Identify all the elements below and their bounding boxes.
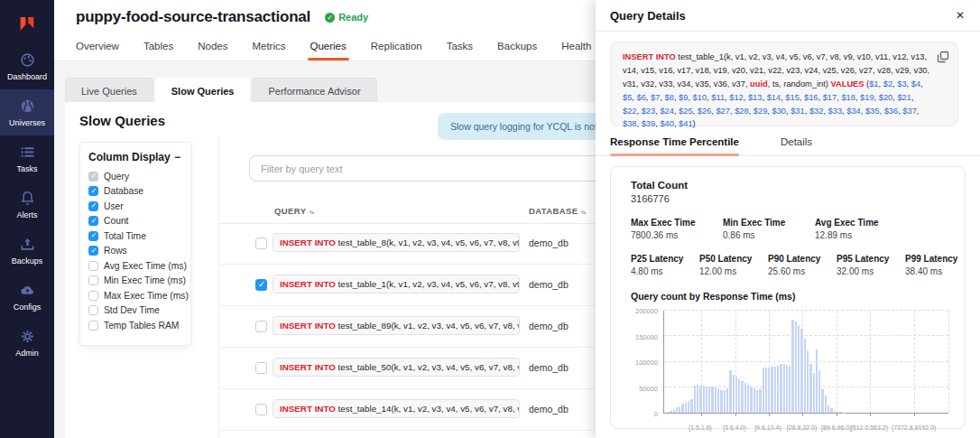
column-option-user[interactable]: User xyxy=(88,199,182,214)
checkbox[interactable] xyxy=(88,246,98,256)
query-cell[interactable]: INSERT INTO test_table_89(k, v1, v2, v3,… xyxy=(273,316,520,335)
query-cell[interactable]: INSERT INTO test_table_14(k, v1, v2, v3,… xyxy=(273,399,520,418)
check-circle-icon: ✓ xyxy=(325,13,335,23)
query-cell[interactable]: INSERT INTO test_table_1(k, v1, v2, v3, … xyxy=(273,275,520,294)
admin-icon xyxy=(20,329,35,344)
tab-health[interactable]: Health xyxy=(561,34,591,61)
sidebar-item-label: Alerts xyxy=(16,210,37,219)
column-display-options: QueryDatabaseUserCountTotal TimeRowsAvg … xyxy=(88,169,182,333)
row-checkbox[interactable] xyxy=(255,404,267,415)
query-cell[interactable]: INSERT INTO test_table_8(k, v1, v2, v3, … xyxy=(273,233,520,252)
column-option-temp-tables-ram[interactable]: Temp Tables RAM xyxy=(88,318,182,333)
checkbox[interactable] xyxy=(88,186,98,196)
tab-response-time-percentile[interactable]: Response Time Percentile xyxy=(610,136,739,155)
page-title: Slow Queries xyxy=(79,113,165,128)
histogram-bar xyxy=(813,373,815,413)
axis-tick xyxy=(701,413,702,416)
column-option-avg-exec-time-ms[interactable]: Avg Exec Time (ms) xyxy=(88,258,182,274)
gridline xyxy=(735,311,736,413)
sidebar-item-universes[interactable]: Universes xyxy=(0,89,54,135)
column-header-database[interactable]: DATABASE▾▴ xyxy=(529,206,586,216)
tab-tables[interactable]: Tables xyxy=(143,34,173,61)
checkbox[interactable] xyxy=(88,291,98,301)
row-checkbox[interactable] xyxy=(255,362,267,374)
sidebar-item-dashboard[interactable]: Dashboard xyxy=(0,43,54,89)
stat-avg-exec-time: Avg Exec Time12.89 ms xyxy=(815,218,894,240)
histogram-bar xyxy=(708,387,710,413)
collapse-icon[interactable]: − xyxy=(174,151,182,163)
checkbox[interactable] xyxy=(88,261,98,271)
yugabyte-logo-icon[interactable] xyxy=(0,0,54,43)
tab-tasks[interactable]: Tasks xyxy=(447,34,473,61)
sql-param: $7 xyxy=(651,93,660,102)
histogram-bar xyxy=(738,379,740,413)
histogram-bar xyxy=(685,403,687,413)
checkbox[interactable] xyxy=(88,201,98,211)
row-checkbox[interactable] xyxy=(255,279,267,291)
sql-text-part: , xyxy=(917,107,920,116)
column-option-rows[interactable]: Rows xyxy=(88,244,182,259)
column-header-query[interactable]: QUERY▾▴ xyxy=(274,206,313,216)
sql-param: $8 xyxy=(665,93,674,102)
gridline xyxy=(870,311,871,413)
tab-nodes[interactable]: Nodes xyxy=(198,34,227,61)
percentile-stats-card: Total Count 3166776 Max Exec Time7800.36… xyxy=(610,166,966,429)
column-option-total-time[interactable]: Total Time xyxy=(88,228,182,244)
tab-queries[interactable]: Queries xyxy=(310,34,347,61)
column-option-max-exec-time-ms[interactable]: Max Exec Time (ms) xyxy=(88,288,182,303)
checkbox[interactable] xyxy=(88,172,98,182)
status-label: Ready xyxy=(338,12,368,23)
sql-param: $10 xyxy=(693,93,707,102)
stat-max-exec-time: Max Exec Time7800.36 ms xyxy=(631,218,710,240)
row-checkbox[interactable] xyxy=(255,321,267,332)
subtab-live-queries[interactable]: Live Queries xyxy=(65,78,153,103)
sql-param: $16 xyxy=(804,93,818,102)
filter-input[interactable] xyxy=(249,155,603,182)
tasks-icon xyxy=(20,144,35,160)
histogram-bar xyxy=(697,385,698,413)
subtab-performance-advisor[interactable]: Performance Advisor xyxy=(252,78,376,103)
row-checkbox[interactable] xyxy=(255,238,267,249)
column-option-label: Count xyxy=(104,216,128,226)
checkbox[interactable] xyxy=(88,305,98,315)
column-option-std-dev-time[interactable]: Std Dev Time xyxy=(88,303,182,319)
column-option-label: User xyxy=(104,201,124,211)
tab-backups[interactable]: Backups xyxy=(497,34,537,61)
column-option-database[interactable]: Database xyxy=(88,184,182,200)
histogram-bar xyxy=(706,387,707,413)
stat-label: P95 Latency xyxy=(837,254,892,264)
response-time-histogram: 050000100000150000200000 [1.5,1.6)[3.6,4… xyxy=(631,307,952,433)
histogram-bar xyxy=(765,368,767,413)
sql-param: $1 xyxy=(869,79,878,89)
column-display-card: Column Display − QueryDatabaseUserCountT… xyxy=(79,142,191,346)
sidebar-item-alerts[interactable]: Alerts xyxy=(0,182,54,228)
checkbox[interactable] xyxy=(88,321,98,331)
checkbox[interactable] xyxy=(88,275,98,285)
checkbox[interactable] xyxy=(88,231,98,241)
column-option-min-exec-time-ms[interactable]: Min Exec Time (ms) xyxy=(88,274,182,289)
histogram-bar xyxy=(821,389,823,413)
tab-replication[interactable]: Replication xyxy=(371,34,422,61)
y-axis-label: 200000 xyxy=(635,307,658,315)
sidebar-item-admin[interactable]: Admin xyxy=(0,320,54,366)
copy-icon[interactable] xyxy=(937,51,949,63)
checkbox[interactable] xyxy=(88,216,98,226)
sidebar-item-tasks[interactable]: Tasks xyxy=(0,135,54,182)
column-option-query[interactable]: Query xyxy=(88,169,182,184)
tab-overview[interactable]: Overview xyxy=(76,34,119,61)
histogram-bar xyxy=(667,412,669,413)
sql-text-part: ) xyxy=(693,119,696,128)
subtab-slow-queries[interactable]: Slow Queries xyxy=(155,78,251,103)
sort-icon[interactable]: ▾▴ xyxy=(581,209,586,215)
tab-metrics[interactable]: Metrics xyxy=(252,34,285,61)
sidebar-item-configs[interactable]: Configs xyxy=(0,274,54,320)
query-cell[interactable]: INSERT INTO test_table_50(k, v1, v2, v3,… xyxy=(273,358,520,377)
tab-details[interactable]: Details xyxy=(781,136,812,155)
sort-icon[interactable]: ▾▴ xyxy=(309,209,313,215)
histogram-bar xyxy=(818,370,820,413)
close-icon[interactable]: ✕ xyxy=(956,9,965,22)
sidebar-item-backups[interactable]: Backups xyxy=(0,228,54,274)
column-option-count[interactable]: Count xyxy=(88,214,182,229)
column-display-header: Column Display − xyxy=(88,151,182,163)
histogram-bar xyxy=(729,370,731,413)
